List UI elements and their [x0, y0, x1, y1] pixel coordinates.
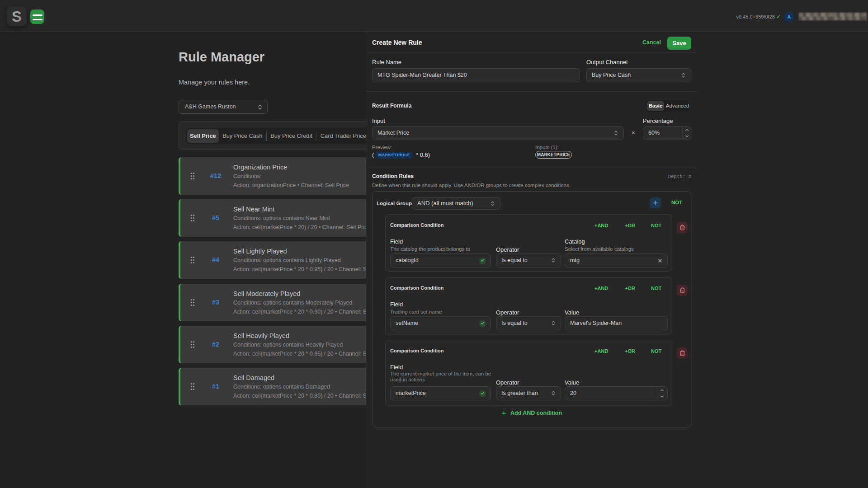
svg-text:S: S [12, 8, 22, 25]
